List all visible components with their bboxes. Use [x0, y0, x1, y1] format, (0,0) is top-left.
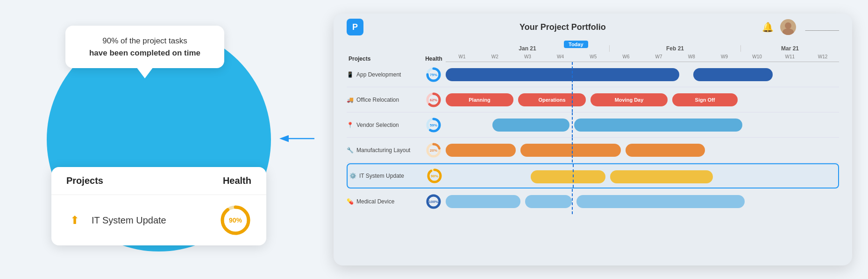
upload-arrow-icon: ⬆ [70, 214, 79, 227]
health-donut-chart: 90% [220, 204, 251, 236]
health-cell-app-dev: 75% [421, 67, 446, 83]
bar-vendor-2 [574, 119, 742, 132]
app-header-right: 🔔 __________ [762, 19, 839, 35]
col-header-projects: Projects [349, 56, 422, 62]
today-label: Today [564, 41, 588, 48]
avatar [780, 19, 796, 35]
bar-medical-1 [446, 195, 520, 208]
portfolio-app: P Your Project Portfolio 🔔 __________ Pr… [334, 14, 852, 265]
week-w1: W1 [446, 54, 478, 59]
donut-label-it-system: 90% [431, 174, 438, 178]
week-w7: W7 [642, 54, 675, 59]
bar-medical-3 [576, 195, 745, 208]
avatar-name: __________ [805, 24, 839, 31]
bar-mfg-2 [520, 144, 621, 157]
mini-donut-app-dev: 75% [426, 67, 441, 83]
speech-bubble: 90% of the project tasks have been compl… [65, 26, 224, 68]
mini-donut-vendor: 59% [426, 117, 441, 133]
project-row-manufacturing: 🔧 Manufacturing Layout 20% [347, 138, 839, 163]
health-cell-it-system: 90% [422, 168, 447, 184]
gantt-app-dev [446, 62, 839, 87]
project-name-app-dev: 📱 App Development [347, 71, 421, 78]
bar-app-dev-2 [595, 68, 679, 81]
bubble-text: 90% of the project tasks have been compl… [78, 35, 211, 59]
mini-donut-medical: 100% [426, 194, 441, 209]
timeline-area: Projects Health Today Jan 21 Feb 21 Mar … [334, 41, 852, 222]
it-system-icon: ⚙️ [349, 173, 356, 179]
bar-planning: Planning [446, 93, 513, 106]
office-icon: 🚚 [347, 97, 354, 103]
bar-operations: Operations [518, 93, 586, 106]
week-w12: W12 [806, 54, 839, 59]
week-w4: W4 [544, 54, 577, 59]
arrow-connector [279, 132, 317, 147]
card-projects-label: Projects [66, 175, 223, 186]
mini-donut-office: 62% [426, 92, 441, 108]
app-logo: P [347, 19, 363, 35]
week-w9: W9 [708, 54, 740, 59]
week-w2: W2 [478, 54, 511, 59]
bell-icon[interactable]: 🔔 [762, 21, 774, 33]
today-badge: Today [564, 40, 588, 48]
project-name-medical: 💊 Medical Device [347, 198, 421, 205]
project-row-office: 🚚 Office Relocation 62% Planning [347, 87, 839, 112]
health-cell-office: 62% [421, 92, 446, 108]
col-header-health: Health [422, 56, 446, 62]
health-cell-medical: 100% [421, 194, 446, 209]
project-name-manufacturing: 🔧 Manufacturing Layout [347, 147, 421, 153]
bar-mfg-1 [446, 144, 516, 157]
card-health-label: Health [223, 175, 251, 186]
donut-label-medical: 100% [429, 200, 438, 204]
mini-donut-manufacturing: 20% [426, 142, 441, 158]
week-w11: W11 [774, 54, 806, 59]
project-row-vendor: 📍 Vendor Selection 59% [347, 112, 839, 138]
bar-sign-off: Sign Off [672, 93, 738, 106]
card-header: Projects Health [51, 167, 266, 195]
card-project-name: IT System Update [92, 215, 220, 226]
logo-letter: P [352, 22, 358, 32]
mini-donut-it-system: 90% [427, 168, 442, 184]
bar-moving-day: Moving Day [591, 93, 668, 106]
gantt-office: Planning Operations Moving Day Sign Off [446, 87, 839, 112]
bar-it-1 [531, 170, 605, 183]
manufacturing-icon: 🔧 [347, 147, 354, 153]
app-dev-icon: 📱 [347, 71, 354, 78]
project-row-app-dev: 📱 App Development 75% [347, 62, 839, 87]
medical-icon: 💊 [347, 198, 354, 205]
project-row-medical: 💊 Medical Device 100% [347, 189, 839, 214]
project-row-it-system: ⚙️ IT System Update 90% [347, 163, 839, 188]
card-row-it-system: ⬆ IT System Update 90% [51, 195, 266, 245]
week-w10: W10 [741, 54, 774, 59]
gantt-manufacturing [446, 138, 839, 162]
bar-vendor-1 [492, 119, 569, 132]
vendor-icon: 📍 [347, 122, 354, 128]
project-name-it-system: ⚙️ IT System Update [348, 173, 422, 179]
gantt-medical [446, 189, 839, 214]
week-w8: W8 [675, 54, 708, 59]
week-w5: W5 [577, 54, 610, 59]
project-name-office: 🚚 Office Relocation [347, 97, 421, 103]
app-header: P Your Project Portfolio 🔔 __________ [334, 14, 852, 41]
gantt-it-system [447, 164, 838, 188]
svg-point-4 [785, 22, 791, 29]
month-feb: Feb 21 [610, 45, 741, 52]
donut-label-vendor: 59% [430, 123, 437, 127]
projects-health-card: Projects Health ⬆ IT System Update 90% [51, 167, 266, 245]
app-title: Your Project Portfolio [363, 22, 762, 32]
health-cell-vendor: 59% [421, 117, 446, 133]
upload-icon-container: ⬆ [66, 212, 83, 229]
svg-point-5 [783, 28, 794, 35]
right-panel: P Your Project Portfolio 🔔 __________ Pr… [318, 0, 868, 279]
project-name-vendor: 📍 Vendor Selection [347, 122, 421, 128]
bubble-bold-text: have been completed on time [89, 49, 200, 57]
gantt-vendor [446, 112, 839, 137]
week-w6: W6 [610, 54, 642, 59]
donut-label-app-dev: 75% [430, 72, 437, 77]
month-mar: Mar 21 [741, 45, 839, 52]
donut-label-manufacturing: 20% [430, 148, 437, 152]
donut-label-office: 62% [430, 98, 437, 102]
today-line [572, 62, 573, 87]
left-panel: 90% of the project tasks have been compl… [0, 0, 318, 279]
health-cell-manufacturing: 20% [421, 142, 446, 158]
bubble-normal-text: 90% of the project tasks [102, 36, 187, 45]
